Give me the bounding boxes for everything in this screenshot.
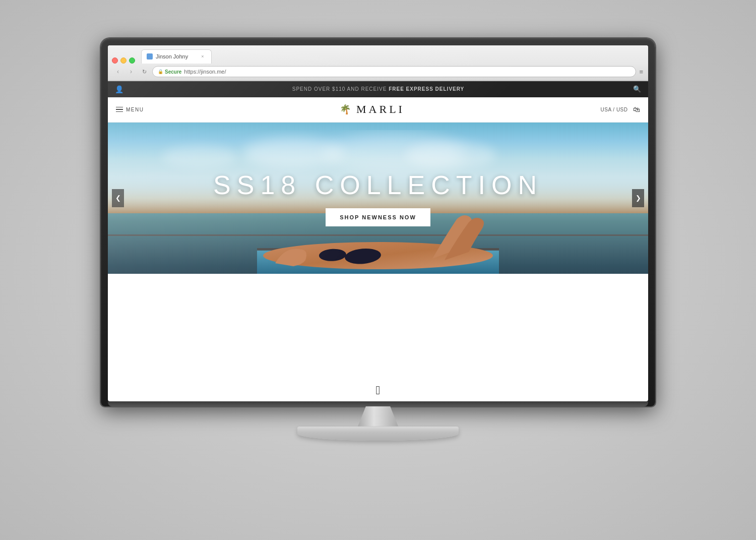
hero-content: SS18 COLLECTION SHOP NEWNESS NOW: [213, 170, 543, 226]
brand-logo[interactable]: 🌴 MARLI: [340, 103, 405, 116]
secure-label: Secure: [165, 69, 181, 75]
announcement-text: SPEND OVER $110 AND RECEIVE FREE EXPRESS…: [123, 86, 633, 92]
url-text: https://jinson.me/: [184, 69, 226, 75]
locale-label[interactable]: USA / USD: [601, 107, 628, 112]
announcement-bold: FREE EXPRESS DELIVERY: [389, 86, 464, 92]
hamburger-line: [116, 109, 123, 110]
cart-icon[interactable]: 🛍: [633, 105, 641, 113]
user-icon[interactable]: 👤: [115, 85, 123, 93]
traffic-light-close[interactable]: [112, 57, 118, 64]
browser-address-bar: ‹ › ↻ 🔒 Secure https://jinson.me/ ≡: [108, 64, 648, 81]
carousel-next-button[interactable]: ❯: [632, 189, 644, 207]
traffic-light-minimize[interactable]: [120, 57, 127, 64]
browser-menu-icon[interactable]: ≡: [639, 68, 643, 76]
browser-forward-button[interactable]: ›: [126, 67, 136, 77]
browser-tab-active[interactable]: Jinson Johny ×: [141, 49, 212, 64]
browser-back-button[interactable]: ‹: [113, 67, 123, 77]
address-bar[interactable]: 🔒 Secure https://jinson.me/: [152, 66, 636, 77]
carousel-prev-button[interactable]: ❮: [112, 189, 124, 207]
brand-name: MARLI: [356, 103, 405, 116]
stand-base: [297, 427, 459, 441]
screen: Jinson Johny × ‹ › ↻ 🔒 Secure https://ji…: [108, 45, 648, 401]
pool-edge: [108, 234, 648, 236]
monitor-wrapper: Jinson Johny × ‹ › ↻ 🔒 Secure https://ji…: [101, 38, 655, 502]
menu-label: MENU: [126, 107, 144, 112]
search-icon[interactable]: 🔍: [633, 85, 641, 93]
stand-neck: [358, 406, 398, 427]
palm-tree-icon: 🌴: [340, 104, 353, 115]
hero-section: SS18 COLLECTION SHOP NEWNESS NOW ❮ ❯: [108, 123, 648, 274]
menu-button[interactable]: MENU: [116, 107, 144, 112]
monitor-stand: [101, 406, 655, 441]
monitor-body: Jinson Johny × ‹ › ↻ 🔒 Secure https://ji…: [101, 38, 655, 406]
tab-close-button[interactable]: ×: [199, 53, 206, 60]
apple-logo: : [376, 383, 381, 397]
traffic-lights: [112, 57, 135, 64]
nav-right: USA / USD 🛍: [601, 105, 640, 113]
hamburger-line: [116, 111, 123, 112]
tab-favicon: [147, 53, 153, 59]
secure-badge: 🔒 Secure: [158, 69, 181, 75]
hamburger-icon: [116, 107, 123, 112]
traffic-light-fullscreen[interactable]: [129, 57, 135, 64]
tab-label: Jinson Johny: [156, 53, 188, 59]
browser-refresh-button[interactable]: ↻: [139, 67, 149, 77]
announcement-bar: 👤 SPEND OVER $110 AND RECEIVE FREE EXPRE…: [108, 81, 648, 97]
lock-icon: 🔒: [158, 69, 163, 74]
shop-now-button[interactable]: SHOP NEWNESS NOW: [326, 208, 430, 226]
hero-title: SS18 COLLECTION: [213, 170, 543, 200]
hamburger-line: [116, 107, 123, 108]
monitor-bottom-bar: [108, 401, 648, 406]
website-content: 👤 SPEND OVER $110 AND RECEIVE FREE EXPRE…: [108, 81, 648, 274]
browser-tab-bar: Jinson Johny ×: [108, 45, 648, 64]
nav-bar: MENU 🌴 MARLI USA / USD 🛍: [108, 97, 648, 123]
browser-chrome: Jinson Johny × ‹ › ↻ 🔒 Secure https://ji…: [108, 45, 648, 81]
